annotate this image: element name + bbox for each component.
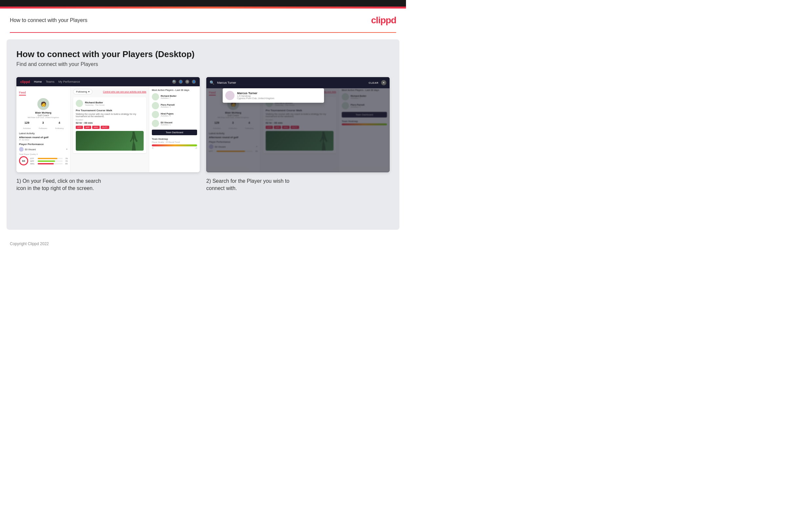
activity-user-name: Richard Butler xyxy=(85,101,105,104)
player-performance-title: Player Performance xyxy=(19,143,67,146)
team-heatmap-title: Team Heatmap xyxy=(152,138,197,140)
active-name-4: Eli Vincent xyxy=(161,121,173,124)
control-link[interactable]: Control who can see your activity and da… xyxy=(103,91,146,93)
screenshot-frame-2: clippd Home Teams My Performance 🔍 👤 ⚙ 👤 xyxy=(206,77,390,172)
stat-following: 4 Following xyxy=(55,121,63,130)
profile-club: Mill Ride Golf Club, United Kingdom xyxy=(19,117,67,119)
app-left-panel-1: Feed 🧑 Blair McHarg Golf Coach Mill Ride… xyxy=(16,86,70,172)
active-name-1: Richard Butler xyxy=(161,95,177,97)
golfer-silhouette-icon xyxy=(127,132,140,151)
search-result-info: Marcus Turner 1-5 Handicap Cypress Point… xyxy=(237,92,275,99)
app-mockup-1: clippd Home Teams My Performance 🔍 👤 ⚙ 👤 xyxy=(16,77,200,172)
team-dashboard-button[interactable]: Team Dashboard xyxy=(152,130,197,135)
avatar: 🧑 xyxy=(37,98,49,110)
search-result-club: Cypress Point Club, United Kingdom xyxy=(237,97,275,99)
search-result-handicap: 1-5 Handicap xyxy=(237,95,275,97)
screenshot-frame-1: clippd Home Teams My Performance 🔍 👤 ⚙ 👤 xyxy=(16,77,200,172)
app-body-1: Feed 🧑 Blair McHarg Golf Coach Mill Ride… xyxy=(16,86,200,172)
active-player-2: Piers Parnell Activities: 4 xyxy=(152,102,197,109)
active-avatar-3 xyxy=(152,111,159,118)
player-select-row[interactable]: Eli Vincent ▾ xyxy=(19,147,67,152)
following-button[interactable]: Following ▾ xyxy=(73,89,93,94)
user-icon[interactable]: 👤 xyxy=(179,80,183,84)
main-content: How to connect with your Players (Deskto… xyxy=(7,39,399,230)
search-bar-overlay: 🔍 Marcus Turner CLEAR ✕ xyxy=(206,77,390,88)
active-acts-4: Activities: 1 xyxy=(161,124,173,126)
logo: clippd xyxy=(371,15,396,26)
screenshots-container: clippd Home Teams My Performance 🔍 👤 ⚙ 👤 xyxy=(16,77,390,192)
following-row: Following ▾ Control who can see your act… xyxy=(73,89,146,94)
active-name-2: Piers Parnell xyxy=(161,104,175,106)
profile-name: Blair McHarg xyxy=(19,111,67,114)
player-name-sm: Eli Vincent xyxy=(25,148,65,151)
avatar-icon[interactable]: 👤 xyxy=(192,80,196,84)
activity-date: 27 Jul 2022 xyxy=(19,139,67,141)
header: How to connect with your Players clippd xyxy=(0,8,406,32)
player-performance-section: Player Performance Eli Vincent ▾ Total P… xyxy=(19,143,67,165)
search-result-name: Marcus Turner xyxy=(237,92,275,95)
stat-followers: 3 Followers xyxy=(39,121,47,130)
footer: Copyright Clippd 2022 xyxy=(0,236,406,251)
duration-label: Duration xyxy=(76,119,144,121)
feed-tab[interactable]: Feed xyxy=(19,91,26,95)
tag-ott: OTT xyxy=(76,126,83,129)
duration-time: 02 hr : 00 min xyxy=(76,121,144,124)
caption-1: 1) On your Feed, click on the searchicon… xyxy=(16,177,200,192)
stat-activities: 129 Activities xyxy=(23,121,31,130)
page-title: How to connect with your Players xyxy=(10,17,88,23)
search-input[interactable]: Marcus Turner xyxy=(217,81,366,84)
activity-user-row: Richard Butler Yesterday · The Grove xyxy=(76,100,144,107)
profile-role: Golf Coach xyxy=(19,114,67,117)
heatmap-scale: -5 +5 xyxy=(152,147,197,149)
active-avatar-1 xyxy=(152,93,159,100)
nav-performance[interactable]: My Performance xyxy=(58,80,80,83)
active-name-3: Hiral Pujara xyxy=(161,113,174,115)
active-avatar-4 xyxy=(152,120,159,127)
app-logo-small: clippd xyxy=(20,80,30,84)
tag-putt: PUTT xyxy=(101,126,109,129)
tag-arg: ARG xyxy=(92,126,100,129)
latest-activity-label: Latest Activity xyxy=(19,132,67,134)
heatmap-bar xyxy=(152,144,197,146)
activity-image xyxy=(76,131,144,151)
active-acts-3: Activities: 3 xyxy=(161,115,174,117)
active-player-3: Hiral Pujara Activities: 3 xyxy=(152,111,197,118)
profile-section: 🧑 Blair McHarg Golf Coach Mill Ride Golf… xyxy=(19,98,67,119)
settings-icon[interactable]: ⚙ xyxy=(185,80,189,84)
search-icon-overlay[interactable]: 🔍 xyxy=(209,80,214,85)
caption-2: 2) Search for the Player you wish toconn… xyxy=(206,177,390,192)
tags-row: OTT APP ARG PUTT xyxy=(76,126,144,129)
nav-home[interactable]: Home xyxy=(34,80,42,83)
activity-user-info: Richard Butler Yesterday · The Grove xyxy=(85,101,105,106)
app-middle-panel-1: Following ▾ Control who can see your act… xyxy=(70,86,149,172)
copyright: Copyright Clippd 2022 xyxy=(10,242,49,246)
most-active-title: Most Active Players - Last 30 days xyxy=(152,89,197,91)
search-result-item[interactable]: Marcus Turner 1-5 Handicap Cypress Point… xyxy=(225,91,321,100)
activity-card: Richard Butler Yesterday · The Grove Pre… xyxy=(73,97,146,153)
nav-icons: 🔍 👤 ⚙ 👤 xyxy=(172,80,196,84)
quality-circle: 84 xyxy=(19,156,28,165)
tag-app: APP xyxy=(84,126,91,129)
clear-button[interactable]: CLEAR xyxy=(369,81,378,84)
main-subtitle: Find and connect with your Players xyxy=(16,61,390,67)
quality-label: Total Player Quality ℹ xyxy=(19,153,67,155)
search-result-dropdown: Marcus Turner 1-5 Handicap Cypress Point… xyxy=(223,88,324,103)
active-player-1: Richard Butler Activities: 7 xyxy=(152,93,197,100)
active-acts-1: Activities: 7 xyxy=(161,97,177,99)
active-player-4: Eli Vincent Activities: 1 xyxy=(152,120,197,127)
activity-avatar xyxy=(76,100,83,107)
search-icon[interactable]: 🔍 xyxy=(172,80,176,84)
activity-title: Pre Tournament Course Walk xyxy=(76,109,144,112)
main-title: How to connect with your Players (Deskto… xyxy=(16,49,390,59)
dropdown-arrow-icon[interactable]: ▾ xyxy=(66,148,67,151)
activity-meta: Yesterday · The Grove xyxy=(85,104,105,106)
activity-desc: Walking the course with my coach to buil… xyxy=(76,113,144,118)
bars-section: OTT 79 APP 70 xyxy=(30,158,67,165)
app-mockup-2: clippd Home Teams My Performance 🔍 👤 ⚙ 👤 xyxy=(206,77,390,172)
app-nav-1: clippd Home Teams My Performance 🔍 👤 ⚙ 👤 xyxy=(16,77,200,86)
nav-teams[interactable]: Teams xyxy=(46,80,54,83)
active-acts-2: Activities: 4 xyxy=(161,106,175,108)
search-result-avatar xyxy=(225,91,235,100)
close-button[interactable]: ✕ xyxy=(381,80,386,85)
app-right-panel-1: Most Active Players - Last 30 days Richa… xyxy=(149,86,200,172)
